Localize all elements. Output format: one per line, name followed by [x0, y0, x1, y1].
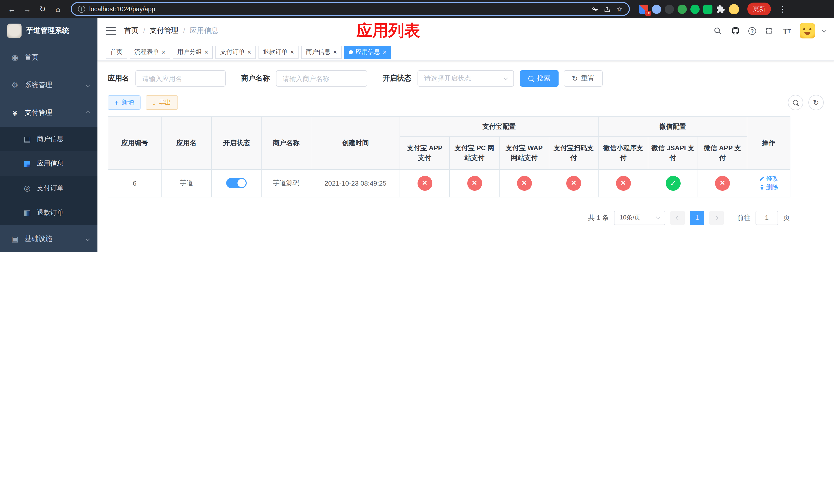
search-icon[interactable] — [712, 26, 723, 36]
page-size-select[interactable]: 10条/页 — [614, 210, 665, 225]
payment-submenu: 商户信息 应用信息 支付订单 退款订单 — [0, 127, 97, 225]
back-icon[interactable] — [5, 2, 19, 16]
close-icon[interactable]: × — [161, 49, 166, 55]
help-icon[interactable] — [748, 27, 756, 35]
extension-grid-icon[interactable]: 10 — [639, 4, 648, 14]
toggle-search-button[interactable] — [788, 95, 803, 110]
extension-green-icon[interactable] — [690, 4, 700, 14]
yen-icon — [10, 109, 20, 117]
merchant-name-input[interactable] — [276, 70, 367, 87]
font-size-icon[interactable] — [782, 26, 792, 36]
goto-label: 前往 — [737, 213, 750, 222]
bookmark-star-icon[interactable] — [616, 5, 623, 13]
status-select[interactable]: 请选择开启状态 — [418, 70, 514, 87]
group-alipay: 支付宝配置 — [400, 117, 598, 136]
site-info-icon[interactable] — [78, 5, 85, 13]
key-icon[interactable] — [592, 5, 599, 13]
col-alipay-wap: 支付宝 WAP 网站支付 — [499, 136, 549, 169]
group-wechat: 微信配置 — [598, 117, 747, 136]
breadcrumb-app-info: 应用信息 — [190, 26, 219, 36]
github-icon[interactable] — [730, 26, 741, 36]
total-label: 共 1 条 — [588, 213, 609, 222]
extensions-puzzle-icon[interactable] — [716, 4, 725, 14]
sidebar-item-infra[interactable]: 基础设施 — [0, 225, 97, 252]
extension-dark-icon[interactable] — [665, 4, 674, 14]
tab-process-form[interactable]: 流程表单× — [130, 45, 170, 59]
prev-page-button[interactable] — [671, 210, 685, 225]
close-icon[interactable]: × — [204, 49, 208, 55]
close-icon[interactable]: × — [333, 49, 337, 55]
chevron-down-icon — [86, 237, 90, 241]
sidebar-item-home[interactable]: 首页 — [0, 44, 97, 71]
extension-drop-icon[interactable] — [652, 4, 661, 14]
reset-button[interactable]: 重置 — [564, 70, 602, 87]
table-row: 6 芋道 芋道源码 2021-10-23 08:49:25 — [108, 169, 790, 197]
col-merchant: 商户名称 — [261, 117, 311, 169]
sidebar-item-app-info[interactable]: 应用信息 — [0, 151, 97, 176]
plus-icon — [114, 98, 118, 107]
extension-avatar-icon[interactable] — [678, 4, 687, 14]
tab-refund-order[interactable]: 退款订单× — [259, 45, 299, 59]
sidebar-item-merchant-info[interactable]: 商户信息 — [0, 127, 97, 151]
breadcrumb-payment[interactable]: 支付管理 — [150, 26, 178, 36]
extension-badge: 10 — [644, 10, 652, 16]
close-icon[interactable]: × — [290, 49, 294, 55]
chevron-down-icon — [86, 83, 90, 87]
search-button[interactable]: 搜索 — [520, 70, 558, 87]
tab-merchant-info[interactable]: 商户信息× — [301, 45, 342, 59]
col-app-name: 应用名 — [161, 117, 212, 169]
goto-unit-label: 页 — [783, 213, 790, 222]
browser-profile-avatar[interactable] — [729, 4, 739, 14]
hamburger-icon[interactable] — [106, 27, 116, 35]
home-icon[interactable] — [51, 2, 65, 16]
magnifier-icon — [528, 76, 534, 81]
tab-home[interactable]: 首页 — [106, 45, 127, 59]
fail-icon — [715, 176, 730, 190]
update-button[interactable]: 更新 — [747, 3, 771, 15]
sidebar-item-pay-order[interactable]: 支付订单 — [0, 176, 97, 201]
app-title: 芋道管理系统 — [26, 26, 69, 36]
fail-icon — [417, 176, 432, 190]
col-alipay-qr: 支付宝扫码支付 — [549, 136, 598, 169]
add-button[interactable]: 新增 — [108, 95, 140, 110]
sidebar-item-payment[interactable]: 支付管理 — [0, 99, 97, 127]
browser-menu-icon[interactable] — [776, 2, 789, 16]
grid-icon — [23, 159, 32, 168]
status-toggle[interactable] — [226, 178, 247, 188]
share-icon[interactable] — [604, 5, 611, 13]
url-bar[interactable]: localhost:1024/pay/app — [71, 2, 630, 16]
top-navbar: 首页 / 支付管理 / 应用信息 应用列表 — [97, 18, 834, 44]
trash-icon — [759, 185, 765, 190]
sidebar-item-system[interactable]: 系统管理 — [0, 71, 97, 99]
extension-chat-icon[interactable] — [703, 4, 712, 14]
next-page-button[interactable] — [709, 210, 724, 225]
navbar-actions — [712, 23, 826, 39]
tab-user-group[interactable]: 用户分组× — [173, 45, 213, 59]
url-text[interactable]: localhost:1024/pay/app — [89, 5, 155, 13]
cell-created: 2021-10-23 08:49:25 — [311, 169, 400, 197]
export-button[interactable]: 导出 — [146, 95, 178, 110]
tab-app-info[interactable]: 应用信息× — [344, 45, 391, 59]
chevron-up-icon — [86, 111, 90, 115]
edit-link[interactable]: 修改 — [759, 174, 778, 183]
close-icon[interactable]: × — [382, 49, 387, 55]
close-icon[interactable]: × — [247, 49, 251, 55]
reload-icon[interactable] — [36, 2, 49, 16]
sidebar-logo[interactable]: 芋道管理系统 — [0, 18, 97, 44]
refresh-table-button[interactable] — [808, 95, 824, 110]
forward-icon[interactable] — [21, 2, 34, 16]
fail-icon — [517, 176, 532, 190]
tab-pay-order[interactable]: 支付订单× — [215, 45, 256, 59]
breadcrumb-home[interactable]: 首页 — [124, 26, 138, 36]
refund-icon — [23, 208, 32, 217]
col-wx-jsapi: 微信 JSAPI 支付 — [648, 136, 698, 169]
user-avatar[interactable] — [799, 23, 815, 39]
app-name-input[interactable] — [135, 70, 226, 87]
fullscreen-icon[interactable] — [764, 26, 774, 36]
sidebar-item-refund-order[interactable]: 退款订单 — [0, 201, 97, 225]
cell-app-name: 芋道 — [161, 169, 212, 197]
delete-link[interactable]: 删除 — [759, 183, 778, 192]
chevron-down-icon[interactable] — [822, 28, 827, 32]
page-number-button[interactable]: 1 — [690, 210, 704, 225]
goto-page-input[interactable] — [755, 210, 778, 225]
